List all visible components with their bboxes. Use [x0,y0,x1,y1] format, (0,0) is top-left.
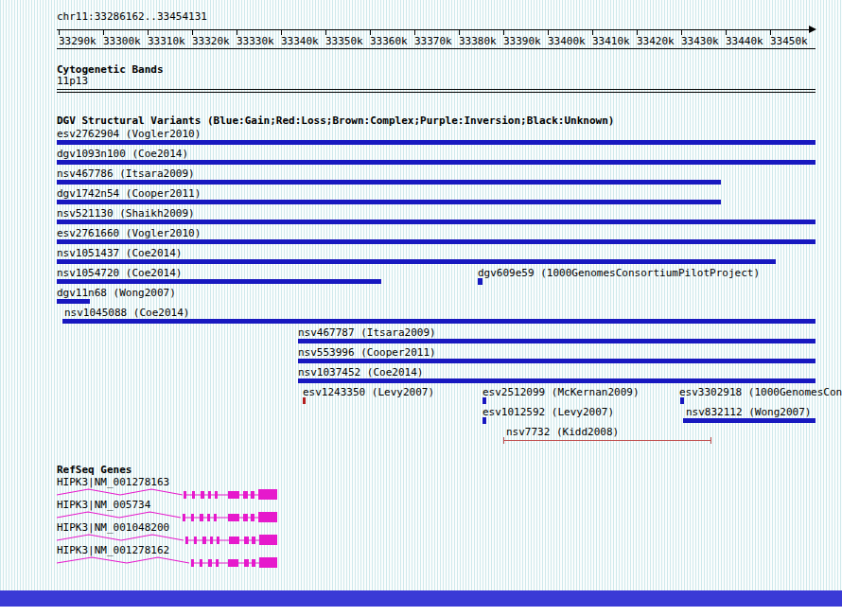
variant-label[interactable]: nsv1054720 (Coe2014) [57,268,182,278]
variant-bar[interactable] [57,279,381,284]
ruler-bottom-line [57,48,816,49]
variant-bar[interactable] [57,200,721,204]
variant-label[interactable]: nsv1037452 (Coe2014) [298,367,423,378]
ruler-tick-label: 33420k [637,36,675,46]
ruler-tick-label: 33350k [325,36,363,46]
ruler-tick-label: 33310k [148,36,185,46]
bottom-bar [0,590,842,607]
variant-label[interactable]: nsv521130 (Shaikh2009) [57,208,195,219]
cytoband-line-top [57,89,816,90]
gene-label[interactable]: HIPK3|NM_001048200 [57,522,169,533]
variant-bar[interactable] [57,259,776,264]
ruler-tick-label: 33340k [281,36,319,46]
ruler-tick-label: 33300k [103,36,141,46]
ruler-arrow-icon [809,26,816,33]
variant-label[interactable]: dgv609e59 (1000GenomesConsortiumPilotPro… [478,268,760,278]
variant-label[interactable]: esv2512099 (McKernan2009) [482,387,640,397]
variant-bar[interactable] [57,239,816,244]
variant-bar[interactable] [298,359,816,363]
variant-label[interactable]: dgv11n68 (Wong2007) [57,288,176,298]
variant-tick[interactable] [680,397,684,404]
variant-label[interactable]: dgv1093n100 (Coe2014) [57,149,188,159]
variant-label[interactable]: esv1243350 (Levy2007) [303,387,434,397]
cytoband-name: 11p13 [57,76,88,86]
ruler-tick-label: 33450k [770,36,808,46]
variant-bar[interactable] [57,160,816,165]
variant-label[interactable]: nsv467786 (Itsara2009) [57,168,195,179]
variant-tick[interactable] [482,417,486,424]
ruler-tick-label: 33390k [503,36,541,46]
variant-bar[interactable] [57,180,721,185]
genome-browser-canvas: chr11:33286162..33454131 33290k33300k333… [0,0,842,616]
variant-bar[interactable] [683,418,816,423]
ruler-tick-label: 33430k [681,36,719,46]
gene-structure[interactable] [0,555,842,569]
ruler-tick-label: 33360k [370,36,408,46]
refseq-title: RefSeq Genes [57,465,132,475]
variant-label[interactable]: esv1012592 (Levy2007) [482,407,614,417]
ruler-axis-line [57,29,809,30]
ruler-tick-label: 33410k [592,36,630,46]
cytoband-line-bottom [57,92,816,93]
variant-bar[interactable] [57,140,816,145]
variant-bar[interactable] [57,299,90,304]
variant-bracket[interactable] [503,437,711,444]
cytobands-title: Cytogenetic Bands [57,64,164,75]
ruler-tick-label: 33440k [726,36,763,46]
gene-label[interactable]: HIPK3|NM_005734 [57,500,150,510]
gene-label[interactable]: HIPK3|NM_001278163 [57,477,169,487]
dgv-track-title: DGV Structural Variants (Blue:Gain;Red:L… [57,115,614,126]
variant-label[interactable]: nsv1045088 (Coe2014) [64,308,189,318]
variant-label[interactable]: esv3302918 (1000GenomesConsor [679,387,842,397]
gene-label[interactable]: HIPK3|NM_001278162 [57,545,169,555]
variant-label[interactable]: nsv553996 (Cooper2011) [298,347,436,358]
variant-label[interactable]: nsv832112 (Wong2007) [686,407,811,417]
variant-bar[interactable] [57,220,816,224]
variant-bar[interactable] [298,378,816,383]
ruler-tick-label: 33320k [192,36,230,46]
variant-bar[interactable] [298,339,816,343]
ruler-tick-label: 33370k [414,36,452,46]
ruler-tick-label: 33330k [237,36,274,46]
variant-label[interactable]: esv2762904 (Vogler2010) [57,129,201,139]
ruler-tick-label: 33380k [459,36,497,46]
variant-tick[interactable] [482,397,486,404]
variant-label[interactable]: nsv467787 (Itsara2009) [298,327,436,338]
variant-tick[interactable] [478,278,482,285]
variant-label[interactable]: nsv7732 (Kidd2008) [506,427,619,437]
variant-label[interactable]: dgv1742n54 (Cooper2011) [57,188,201,199]
ruler-tick-label: 33400k [548,36,586,46]
bottom-margin [0,607,842,616]
variant-label[interactable]: esv2761660 (Vogler2010) [57,228,201,238]
ruler-tick-label: 33290k [59,36,96,46]
variant-label[interactable]: nsv1051437 (Coe2014) [57,248,182,258]
region-coordinates: chr11:33286162..33454131 [57,11,207,22]
variant-bar[interactable] [62,319,816,324]
variant-tick[interactable] [303,397,306,404]
